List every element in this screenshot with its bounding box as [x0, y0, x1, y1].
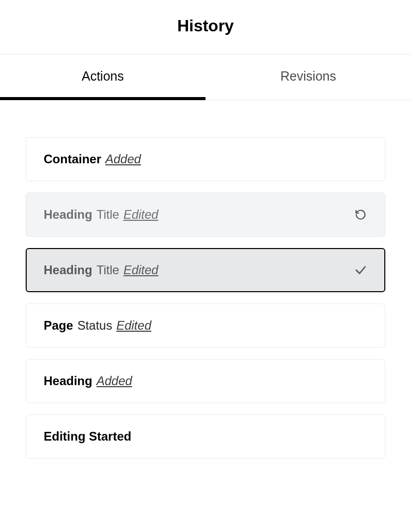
- history-item-label: Editing Started: [44, 429, 132, 444]
- history-item-sub: Status: [77, 318, 112, 333]
- tab-revisions[interactable]: Revisions: [206, 54, 411, 100]
- tabs: Actions Revisions: [0, 54, 411, 100]
- history-item-label: Heading Title Edited: [44, 263, 158, 277]
- history-item-action: Added: [97, 374, 132, 388]
- panel-title: History: [0, 0, 411, 54]
- history-item-label: Heading Title Edited: [44, 207, 158, 222]
- history-item-action: Edited: [116, 318, 151, 333]
- history-item[interactable]: Heading Title Edited: [26, 193, 385, 237]
- tab-revisions-label: Revisions: [281, 69, 336, 83]
- history-item-label: Page Status Edited: [44, 318, 151, 333]
- history-item-label: Container Added: [44, 152, 141, 166]
- history-item[interactable]: Editing Started: [26, 414, 385, 459]
- history-item[interactable]: Heading Added: [26, 359, 385, 403]
- history-item-element: Heading: [44, 374, 92, 388]
- check-icon: [354, 263, 367, 277]
- history-item-element: Container: [44, 152, 101, 166]
- history-item-action: Edited: [123, 207, 158, 222]
- history-item-element: Heading: [44, 207, 92, 222]
- history-item-label: Heading Added: [44, 374, 132, 388]
- history-item-element: Editing Started: [44, 429, 132, 444]
- history-item-element: Heading: [44, 263, 92, 277]
- history-item-element: Page: [44, 318, 73, 333]
- history-item[interactable]: Page Status Edited: [26, 303, 385, 348]
- history-item[interactable]: Container Added: [26, 137, 385, 181]
- history-item-sub: Title: [97, 207, 119, 222]
- tab-actions-label: Actions: [82, 69, 124, 83]
- history-item-action: Added: [105, 152, 141, 166]
- history-list: Container Added Heading Title Edited Hea…: [0, 100, 411, 459]
- history-item[interactable]: Heading Title Edited: [26, 248, 385, 292]
- tab-actions[interactable]: Actions: [0, 54, 206, 100]
- history-undo-icon[interactable]: [354, 208, 367, 221]
- history-item-action: Edited: [123, 263, 158, 277]
- history-item-sub: Title: [97, 263, 119, 277]
